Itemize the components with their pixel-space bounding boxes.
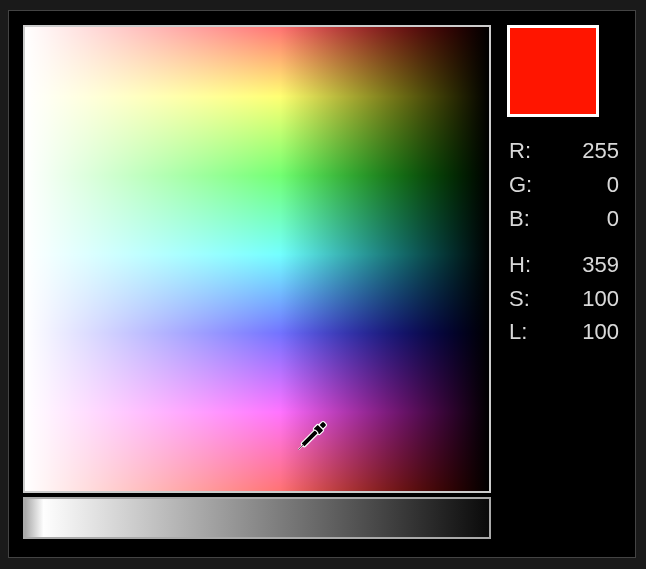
rgb-block: R: 255 G: 0 B: 0 bbox=[509, 135, 619, 235]
picker-right-column: R: 255 G: 0 B: 0 H: 359 S: bbox=[507, 25, 619, 543]
color-readout: R: 255 G: 0 B: 0 H: 359 S: bbox=[507, 135, 619, 348]
h-value: 359 bbox=[545, 249, 619, 281]
h-label: H: bbox=[509, 249, 545, 281]
readout-l: L: 100 bbox=[509, 316, 619, 348]
color-picker-panel: R: 255 G: 0 B: 0 H: 359 S: bbox=[8, 10, 636, 558]
picker-left-column bbox=[23, 25, 491, 543]
readout-r: R: 255 bbox=[509, 135, 619, 167]
l-label: L: bbox=[509, 316, 545, 348]
r-value: 255 bbox=[545, 135, 619, 167]
s-label: S: bbox=[509, 283, 545, 315]
s-value: 100 bbox=[545, 283, 619, 315]
r-label: R: bbox=[509, 135, 545, 167]
g-value: 0 bbox=[545, 169, 619, 201]
current-color-swatch bbox=[507, 25, 599, 117]
readout-b: B: 0 bbox=[509, 203, 619, 235]
l-value: 100 bbox=[545, 316, 619, 348]
hsl-block: H: 359 S: 100 L: 100 bbox=[509, 249, 619, 349]
color-spectrum[interactable] bbox=[25, 27, 489, 491]
spectrum-frame bbox=[23, 25, 491, 493]
g-label: G: bbox=[509, 169, 545, 201]
b-label: B: bbox=[509, 203, 545, 235]
b-value: 0 bbox=[545, 203, 619, 235]
readout-g: G: 0 bbox=[509, 169, 619, 201]
readout-h: H: 359 bbox=[509, 249, 619, 281]
readout-s: S: 100 bbox=[509, 283, 619, 315]
grayscale-slider[interactable] bbox=[23, 497, 491, 539]
